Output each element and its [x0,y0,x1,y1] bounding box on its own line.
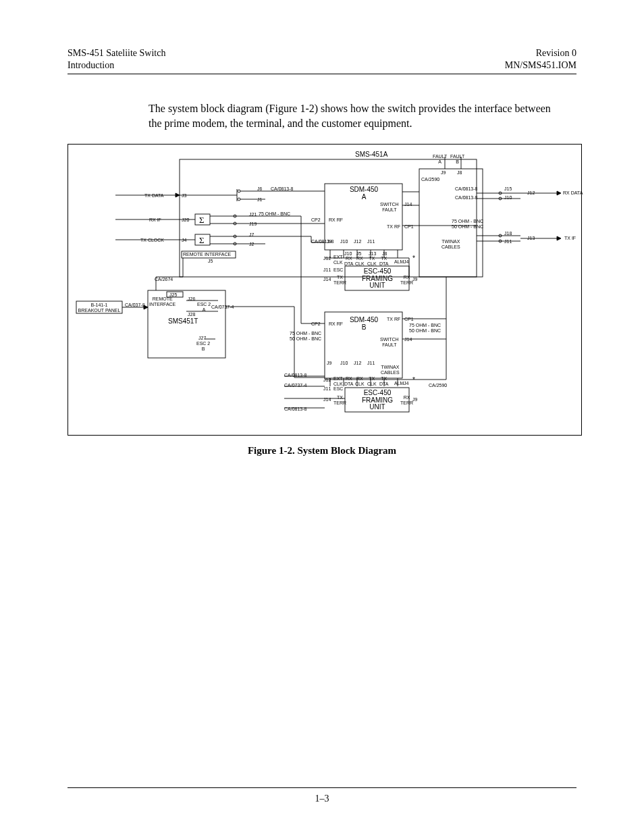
j12-fr-a: J12 [323,256,331,261]
txdta-a: TXDTA [379,256,388,266]
j18: J18 [504,231,512,236]
ca2590-b: CA/2590 [429,383,447,388]
esc-a: ESC [333,267,343,272]
rxdata-label: RX DATA [563,190,583,195]
j4-fr-a: J4 [404,259,408,264]
j6: J6 [257,186,262,191]
esc2a: ESC 2A [197,302,211,312]
switch-fault-b: SWITCHFAULT [380,337,399,347]
ohm-bnc-a: 75 OHM - BNC [259,212,290,216]
txrf-b: TX RF [387,317,400,321]
ca0813-b2: CA/0813-8 [284,407,306,411]
j12-b: J12 [354,361,361,365]
rxclk-a: RXCLK [355,256,365,266]
twinax-b: TWINAXCABLES [381,365,400,375]
cp2-b: CP2 [311,321,321,326]
switch-fault-a: SWITCHFAULT [380,202,399,212]
j10-r: J10 [504,195,512,200]
cp2-a: CP2 [311,217,321,222]
sms451t-label: SMS451T [168,318,198,325]
rxrf-b: RX RF [329,321,343,326]
j4-left: J4 [182,238,186,242]
j11-r: J11 [504,239,512,244]
txclock-label: TX CLOCK [140,238,164,242]
j5-ri: J5 [208,259,213,263]
j26: J26 [188,296,195,301]
fault-b-label: FAULTB [450,154,464,164]
svg-point-6 [238,198,240,201]
j14-esc-a: J14 [323,277,331,282]
j9-a: J9 [327,239,331,244]
ca0813-b1: CA/0813-8 [284,373,306,377]
j28: J28 [188,312,195,317]
modem-b-label: SDM-450B [344,317,384,331]
rxterr-b: RXTERR [400,395,413,405]
page-header: SMS-451 Sateliite Switch Introduction Re… [68,47,576,71]
svg-text:Σ: Σ [199,215,205,225]
star-a: * [412,255,415,263]
fault-a-label: FAULTA [433,154,447,164]
framing-b-label: ESC-450FRAMINGUNIT [350,390,404,411]
alm-b: ALM [394,381,404,386]
txclk-a: TXCLK [367,256,377,266]
svg-marker-50 [557,236,561,240]
j9-esc-b: J9 [412,397,417,402]
j7: J7 [249,232,254,237]
j12-r: J12 [527,190,535,195]
j3: J3 [182,193,186,198]
j11-b: J11 [367,361,375,365]
txterr-a: TXTERR [333,275,346,285]
ohm-dual-b: 75 OHM - BNC50 OHM - BNC [409,323,441,333]
j19: J19 [249,221,257,226]
diagram-title: SMS-451A [355,151,387,159]
cp1-b: CP1 [404,317,414,321]
ca0737-a: CA/0737-4 [211,305,234,309]
j10-a: J10 [340,239,348,244]
ca2590-a: CA/2590 [421,177,439,182]
header-product: SMS-451 Sateliite Switch [68,47,165,59]
j14-b: J14 [404,337,412,342]
j4-fr-b: J4 [404,381,408,386]
alm-a: ALM [394,259,404,264]
ca0813-r2: CA/0813-8 [455,195,477,200]
txterr-b: TXTERR [333,395,346,405]
ca0813-r1: CA/0813-8 [455,186,477,191]
svg-text:Σ: Σ [199,235,205,245]
svg-point-5 [238,190,240,192]
breakout-label: B-141-1BREAKOUT PANEL [78,303,121,313]
j21: J21 [249,212,257,217]
j20: J20 [182,217,189,222]
system-block-diagram: Σ Σ SMS-451A FAULTA FAULTB J9 J8 CA/2590… [68,144,582,436]
j9-b: J9 [327,361,331,365]
rxclk-b: RXCLK [355,376,365,386]
rxterr-a: RXTERR [400,275,413,285]
rxdta-a: RXDTA [344,256,353,266]
j11-a: J11 [367,239,375,244]
j15: J15 [504,186,512,191]
rxrf-a: RX RF [329,217,343,222]
framing-a-label: ESC-450FRAMINGUNIT [350,268,404,290]
extclk-a: EXTCLK [333,255,343,265]
j9-top: J9 [441,170,446,175]
j27: J27 [198,336,206,340]
ca0737-b: CA/0737-4 [284,383,306,388]
cp1-a: CP1 [404,224,414,229]
page-number: 1–3 [0,793,644,804]
txdata-label: TX DATA [144,193,164,198]
j9-esc-a: J9 [412,277,417,282]
modem-a-label: SDM-450A [344,186,384,201]
header-rule [68,74,576,74]
j13-r: J13 [527,236,535,240]
figure-caption: Figure 1-2. System Block Diagram [68,445,576,457]
ca2674: CA/2674 [155,277,173,282]
body-paragraph: The system block diagram (Figure 1-2) sh… [149,101,554,130]
j12-fr-b: J12 [323,377,331,382]
header-docnum: MN/SMS451.IOM [505,59,576,72]
j14-esc-b: J14 [323,397,331,402]
twinax-a: TWINAXCABLES [441,239,460,249]
ohm-dual-a: 75 OHM - BNC50 OHM - BNC [452,219,483,229]
j8-top: J8 [457,170,462,175]
header-section: Introduction [68,59,165,72]
j11-esc-b: J11 [323,386,331,391]
j11-esc-a: J11 [323,267,331,272]
